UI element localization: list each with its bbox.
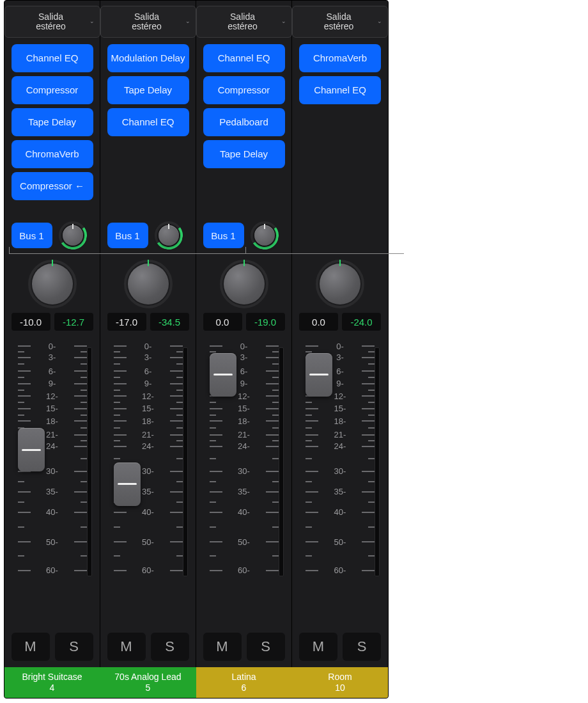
solo-button[interactable]: S [343,633,381,661]
send-label: Bus 1 [211,230,235,241]
plugin-slots: ChromaVerbChannel EQ [296,44,384,217]
track-label[interactable]: Room 10 [292,667,388,698]
fader-scale-num: 40- [46,507,58,517]
gain-value[interactable]: 0.0 [299,313,338,331]
fader-scale-num: 3- [336,352,344,362]
output-label: Salida estéreo [109,12,185,32]
output-select[interactable]: Salida estéreo ⌄ [4,6,100,38]
fader-scale-num: 12- [142,391,154,401]
pan-knob[interactable] [128,264,169,304]
solo-button[interactable]: S [55,633,93,661]
plugin-label: Compressor [26,85,79,96]
output-select[interactable]: Salida estéreo ⌄ [196,6,292,38]
channel-strip: Salida estéreo ⌄ Channel EQCompressorPed… [196,1,292,698]
fader-scale-num: 18- [238,416,250,426]
peak-value[interactable]: -19.0 [246,313,285,331]
fader-scale-num: 21- [238,430,250,439]
fader[interactable]: 0- 3- 6- 9- 12- 15- 18- 2 [299,346,381,628]
send-level-knob[interactable] [155,221,183,249]
mute-button[interactable]: M [203,633,242,661]
send-button[interactable]: Bus 1 [12,223,52,248]
mute-solo-row: M S [107,633,189,661]
level-meter [87,347,92,576]
chevron-down-icon: ⌄ [185,19,190,25]
peak-value[interactable]: -34.5 [150,313,189,331]
fader-scale-num: 50- [142,537,154,547]
output-select[interactable]: Salida estéreo ⌄ [292,6,388,38]
fader-scale-num: 35- [238,487,250,496]
pan-knob[interactable] [224,264,265,304]
plugin-button[interactable]: Tape Delay [12,108,93,136]
track-label[interactable]: Bright Suitcase 4 [4,667,100,698]
mute-button[interactable]: M [12,633,50,661]
fader-scale-num: 40- [334,507,346,517]
plugin-button[interactable]: Compressor [203,76,285,104]
track-label[interactable]: 70s Analog Lead 5 [100,667,196,698]
fader-cap[interactable] [114,462,141,506]
plugin-button[interactable]: Tape Delay [107,76,189,104]
track-name: Room 10 [328,672,352,693]
plugin-button[interactable]: Channel EQ [299,76,381,104]
fader-scale-num: 18- [46,416,58,426]
plugin-button[interactable]: Modulation Delay [107,44,189,72]
gain-value[interactable]: -17.0 [107,313,146,331]
chevron-down-icon: ⌄ [89,19,95,25]
mute-solo-row: M S [203,633,285,661]
plugin-button[interactable]: Channel EQ [12,44,93,72]
chevron-down-icon: ⌄ [281,19,286,25]
fader-scale-num: 6- [49,367,56,376]
fader-scale-num: 0- [336,342,344,351]
peak-value[interactable]: -12.7 [54,313,93,331]
send-button[interactable]: Bus 1 [203,223,244,248]
pan-knob[interactable] [32,264,73,304]
plugin-button[interactable]: Compressor ← [12,172,93,200]
plugin-button[interactable]: ChromaVerb [12,140,93,168]
send-button[interactable]: Bus 1 [107,223,148,248]
fader-scale-num: 30- [238,466,250,476]
solo-button[interactable]: S [247,633,285,661]
output-label: Salida estéreo [13,12,89,32]
fader-cap[interactable] [306,353,332,397]
fader-scale-num: 21- [334,430,346,439]
plugin-button[interactable]: Pedalboard [203,108,285,136]
fader-scale-num: 15- [334,404,346,413]
mute-button[interactable]: M [107,633,146,661]
peak-value[interactable]: -24.0 [342,313,381,331]
plugin-label: Channel EQ [218,53,270,64]
send-level-knob[interactable] [59,221,87,249]
level-readout: 0.0 -24.0 [299,313,381,331]
fader-scale-num: 15- [46,404,58,413]
fader[interactable]: 0- 3- 6- 9- 12- 15- 18- 2 [12,346,93,628]
send-label: Bus 1 [19,230,43,241]
mute-solo-row: M S [299,633,381,661]
mute-solo-row: M S [12,633,93,661]
fader-scale-num: 35- [46,487,58,496]
solo-button[interactable]: S [151,633,189,661]
mute-button[interactable]: M [299,633,337,661]
plugin-button[interactable]: ChromaVerb [299,44,381,72]
fader[interactable]: 0- 3- 6- 9- 12- 15- 18- 2 [203,346,285,628]
send-level-knob[interactable] [251,221,279,249]
fader-scale-num: 24- [142,441,154,451]
fader-cap[interactable] [18,428,45,471]
plugin-button[interactable]: Tape Delay [203,140,285,168]
send-row: Bus 1 [12,219,93,251]
gain-value[interactable]: -10.0 [12,313,50,331]
output-select[interactable]: Salida estéreo ⌄ [100,6,196,38]
gain-value[interactable]: 0.0 [203,313,242,331]
plugin-button[interactable]: Channel EQ [203,44,285,72]
fader-scale-num: 12- [238,391,250,401]
plugin-label: Modulation Delay [111,53,185,64]
fader-scale-num: 3- [49,352,56,362]
fader-cap[interactable] [210,353,236,397]
fader-scale-num: 0- [49,342,56,351]
fader[interactable]: 0- 3- 6- 9- 12- 15- 18- 2 [107,346,189,628]
fader-scale-num: 18- [142,416,154,426]
plugin-button[interactable]: Channel EQ [107,108,189,136]
fader-scale-num: 30- [46,466,58,476]
track-label[interactable]: Latina 6 [196,667,292,698]
plugin-button[interactable]: Compressor [12,76,93,104]
pan-knob[interactable] [320,264,360,304]
level-meter [183,347,188,576]
plugin-label: Tape Delay [124,85,172,96]
